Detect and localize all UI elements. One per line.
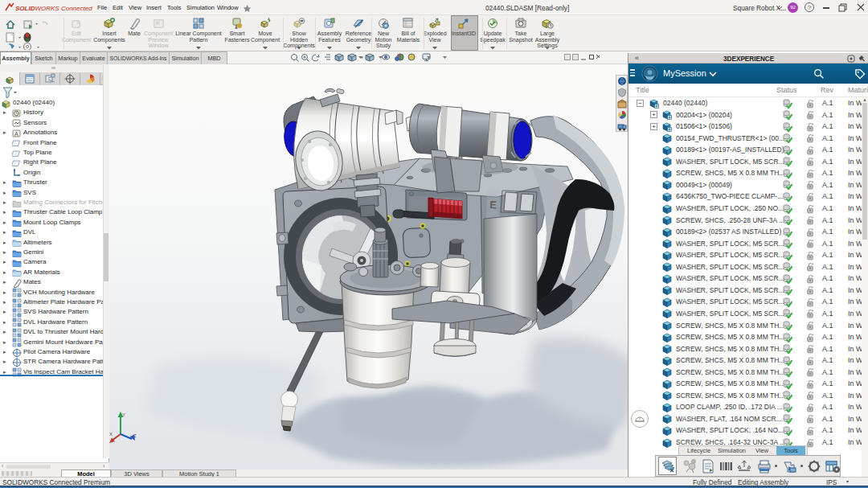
svg-text:X: X [109, 432, 113, 437]
svg-text:A: A [14, 131, 18, 137]
svg-text:Z: Z [133, 433, 137, 438]
svg-text:Y: Y [122, 412, 125, 417]
svg-text:SOLIDWORKS Connected: SOLIDWORKS Connected [15, 5, 92, 12]
